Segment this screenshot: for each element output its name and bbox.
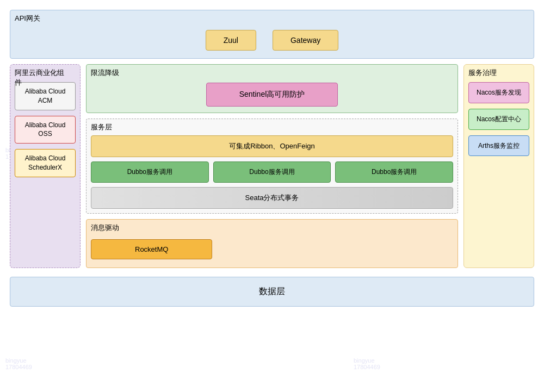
dubbo-row: Dubbo服务调用 Dubbo服务调用 Dubbo服务调用 <box>91 161 453 183</box>
dubbo-item-3: Dubbo服务调用 <box>335 161 453 183</box>
sentinel-item: Sentinel高可用防护 <box>206 83 338 107</box>
dubbo-item-1: Dubbo服务调用 <box>91 161 209 183</box>
arths-item: Arths服务监控 <box>468 135 529 157</box>
data-layer-box: 数据层 <box>10 277 534 307</box>
alibaba-scheduler-item: Alibaba Cloud SchedulerX <box>15 149 76 177</box>
message-driven-label: 消息驱动 <box>91 223 119 233</box>
api-gateway-box: API网关 Zuul Gateway <box>10 10 534 59</box>
right-col-label: 服务治理 <box>468 68 497 78</box>
rate-limit-box: 限流降级 Sentinel高可用防护 <box>86 64 458 113</box>
dubbo-item-2: Dubbo服务调用 <box>213 161 331 183</box>
page-container: bingyue17804469 bingyue17804469 bingyue1… <box>0 0 544 392</box>
api-gateway-label: API网关 <box>15 14 40 23</box>
right-col: 服务治理 Nacos服务发现 Nacos配置中心 Arths服务监控 <box>463 64 534 268</box>
service-box: 服务层 可集成Ribbon、OpenFeign Dubbo服务调用 Dubbo服… <box>86 119 458 214</box>
left-col: 阿里云商业化组件 Alibaba Cloud ACM Alibaba Cloud… <box>10 64 81 268</box>
alibaba-oss-item: Alibaba Cloud OSS <box>15 116 76 144</box>
nacos-discovery-item: Nacos服务发现 <box>468 82 529 103</box>
middle-section: 阿里云商业化组件 Alibaba Cloud ACM Alibaba Cloud… <box>10 64 534 268</box>
zuul-item: Zuul <box>206 30 256 51</box>
watermark-5: bingyue17804469 <box>5 357 32 370</box>
message-box: 消息驱动 RocketMQ <box>86 219 458 268</box>
rate-limit-label: 限流降级 <box>91 68 119 78</box>
bottom-section: 数据层 <box>10 277 534 307</box>
service-layer-label: 服务层 <box>91 122 112 132</box>
nacos-config-item: Nacos配置中心 <box>468 109 529 130</box>
left-col-label: 阿里云商业化组件 <box>15 68 64 88</box>
ribbon-item: 可集成Ribbon、OpenFeign <box>91 135 453 157</box>
rocketmq-item: RocketMQ <box>91 239 212 259</box>
gateway-item: Gateway <box>273 30 338 51</box>
data-layer-text: 数据层 <box>259 287 285 296</box>
watermark-7: bingyue17804469 <box>354 357 380 370</box>
top-section: API网关 Zuul Gateway <box>10 10 534 59</box>
seata-item: Seata分布式事务 <box>91 187 453 209</box>
center-col: 限流降级 Sentinel高可用防护 服务层 可集成Ribbon、OpenFei… <box>86 64 458 268</box>
